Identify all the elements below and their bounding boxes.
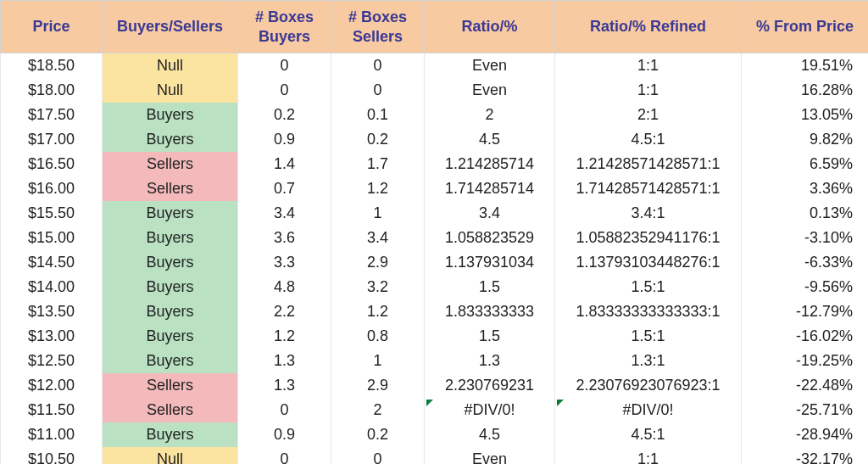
cell-ratio: Even — [425, 78, 555, 103]
cell-price: $13.00 — [1, 324, 103, 349]
cell-buyers-sellers: Buyers — [103, 250, 238, 275]
cell-boxes-buyers: 1.3 — [238, 349, 331, 373]
cell-ratio: #DIV/0! — [425, 398, 555, 422]
cell-boxes-buyers: 0 — [238, 53, 331, 79]
cell-ratio-refined: 1.83333333333333:1 — [555, 299, 742, 324]
cell-price: $16.50 — [1, 152, 103, 176]
cell-pct-from-price: -16.02% — [742, 324, 869, 349]
cell-boxes-buyers: 0 — [238, 447, 331, 464]
cell-price: $10.50 — [1, 447, 103, 464]
col-boxes-sellers: # Boxes Sellers — [331, 1, 425, 53]
cell-boxes-buyers: 4.8 — [238, 275, 331, 299]
cell-pct-from-price: 9.82% — [742, 127, 869, 152]
cell-boxes-buyers: 0 — [238, 78, 331, 103]
cell-boxes-sellers: 0.2 — [331, 422, 425, 447]
cell-price: $14.00 — [1, 275, 103, 299]
cell-price: $17.00 — [1, 127, 103, 152]
cell-ratio: Even — [425, 447, 555, 464]
cell-boxes-sellers: 2.9 — [331, 373, 425, 398]
cell-boxes-sellers: 0 — [331, 447, 425, 464]
cell-ratio: 1.3 — [425, 349, 555, 373]
cell-pct-from-price: -19.25% — [742, 349, 869, 373]
col-ratio: Ratio/% — [425, 1, 555, 53]
cell-price: $18.50 — [1, 53, 103, 79]
cell-pct-from-price: -9.56% — [742, 275, 869, 299]
table-row: $17.00Buyers0.90.24.54.5:19.82% — [1, 127, 869, 152]
cell-price: $13.50 — [1, 299, 103, 324]
cell-boxes-buyers: 1.3 — [238, 373, 331, 398]
cell-ratio-refined: 2.23076923076923:1 — [555, 373, 742, 398]
table-row: $11.00Buyers0.90.24.54.5:1-28.94% — [1, 422, 869, 447]
cell-ratio: 4.5 — [425, 127, 555, 152]
cell-price: $17.50 — [1, 103, 103, 127]
cell-buyers-sellers: Null — [103, 78, 238, 103]
price-analysis-table: Price Buyers/Sellers # Boxes Buyers # Bo… — [0, 0, 868, 464]
cell-ratio: 2.230769231 — [425, 373, 555, 398]
cell-boxes-sellers: 0 — [331, 78, 425, 103]
cell-ratio: Even — [425, 53, 555, 79]
cell-boxes-sellers: 0 — [331, 53, 425, 79]
cell-price: $15.00 — [1, 226, 103, 250]
cell-pct-from-price: 19.51% — [742, 53, 869, 79]
cell-boxes-sellers: 2.9 — [331, 250, 425, 275]
cell-pct-from-price: -22.48% — [742, 373, 869, 398]
table-row: $16.50Sellers1.41.71.2142857141.21428571… — [1, 152, 869, 176]
table-row: $18.50Null00Even1:119.51% — [1, 53, 869, 79]
cell-ratio-refined: 1.3:1 — [555, 349, 742, 373]
cell-ratio: 1.5 — [425, 275, 555, 299]
col-pct-from-price: % From Price — [742, 1, 869, 53]
cell-price: $15.50 — [1, 201, 103, 226]
cell-ratio-refined: 1.5:1 — [555, 324, 742, 349]
cell-boxes-buyers: 0 — [238, 398, 331, 422]
cell-buyers-sellers: Buyers — [103, 201, 238, 226]
table-row: $14.50Buyers3.32.91.1379310341.137931034… — [1, 250, 869, 275]
col-price: Price — [1, 1, 103, 53]
cell-ratio-refined: 1.71428571428571:1 — [555, 176, 742, 201]
cell-ratio-refined: 1.5:1 — [555, 275, 742, 299]
cell-pct-from-price: 0.13% — [742, 201, 869, 226]
table-row: $11.50Sellers02#DIV/0!#DIV/0!-25.71% — [1, 398, 869, 422]
cell-ratio: 1.214285714 — [425, 152, 555, 176]
cell-ratio-refined: 1:1 — [555, 53, 742, 79]
table-row: $13.50Buyers2.21.21.8333333331.833333333… — [1, 299, 869, 324]
cell-pct-from-price: 13.05% — [742, 103, 869, 127]
cell-buyers-sellers: Sellers — [103, 152, 238, 176]
cell-buyers-sellers: Buyers — [103, 127, 238, 152]
cell-ratio-refined: 4.5:1 — [555, 422, 742, 447]
cell-buyers-sellers: Buyers — [103, 324, 238, 349]
cell-ratio-refined: 1:1 — [555, 78, 742, 103]
cell-pct-from-price: -32.17% — [742, 447, 869, 464]
cell-buyers-sellers: Null — [103, 53, 238, 79]
cell-buyers-sellers: Buyers — [103, 349, 238, 373]
cell-ratio: 1.714285714 — [425, 176, 555, 201]
table-row: $10.50Null00Even1:1-32.17% — [1, 447, 869, 464]
cell-boxes-sellers: 0.2 — [331, 127, 425, 152]
cell-buyers-sellers: Buyers — [103, 226, 238, 250]
table-row: $18.00Null00Even1:116.28% — [1, 78, 869, 103]
cell-boxes-buyers: 3.3 — [238, 250, 331, 275]
cell-boxes-sellers: 3.2 — [331, 275, 425, 299]
cell-boxes-sellers: 2 — [331, 398, 425, 422]
cell-buyers-sellers: Buyers — [103, 103, 238, 127]
cell-pct-from-price: -28.94% — [742, 422, 869, 447]
table-row: $14.00Buyers4.83.21.51.5:1-9.56% — [1, 275, 869, 299]
cell-ratio-refined: 4.5:1 — [555, 127, 742, 152]
col-ratio-refined: Ratio/% Refined — [555, 1, 742, 53]
cell-ratio-refined: 2:1 — [555, 103, 742, 127]
cell-buyers-sellers: Sellers — [103, 176, 238, 201]
cell-buyers-sellers: Buyers — [103, 299, 238, 324]
cell-boxes-buyers: 1.4 — [238, 152, 331, 176]
cell-pct-from-price: -25.71% — [742, 398, 869, 422]
cell-buyers-sellers: Buyers — [103, 275, 238, 299]
table-row: $13.00Buyers1.20.81.51.5:1-16.02% — [1, 324, 869, 349]
cell-boxes-buyers: 0.7 — [238, 176, 331, 201]
cell-price: $12.00 — [1, 373, 103, 398]
cell-ratio-refined: 1.05882352941176:1 — [555, 226, 742, 250]
cell-pct-from-price: -3.10% — [742, 226, 869, 250]
cell-pct-from-price: -6.33% — [742, 250, 869, 275]
cell-ratio-refined: #DIV/0! — [555, 398, 742, 422]
col-buyers-sellers: Buyers/Sellers — [103, 1, 238, 53]
cell-ratio: 1.058823529 — [425, 226, 555, 250]
table-header-row: Price Buyers/Sellers # Boxes Buyers # Bo… — [1, 1, 869, 53]
cell-boxes-buyers: 3.4 — [238, 201, 331, 226]
